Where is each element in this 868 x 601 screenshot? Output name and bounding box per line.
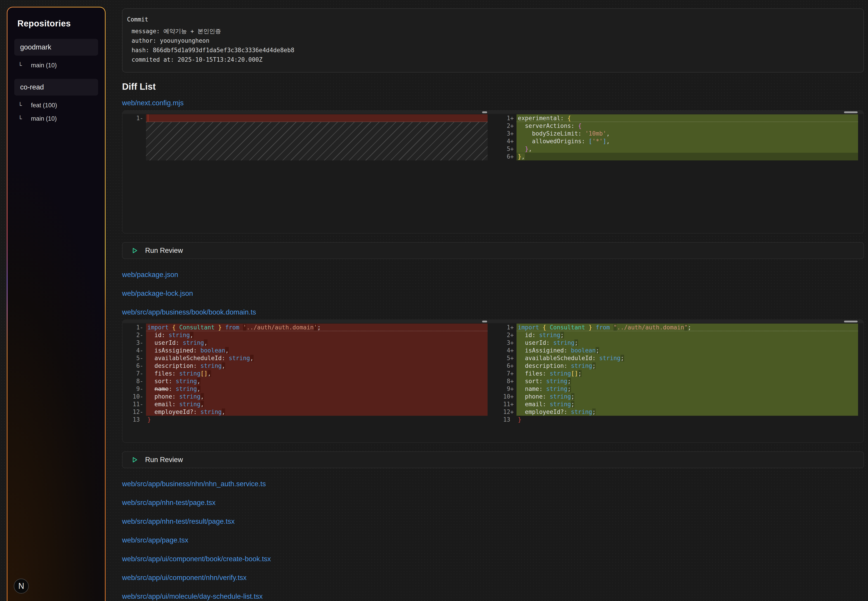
- branch-tee-icon: └: [18, 62, 31, 69]
- line-content: sort: string;: [517, 377, 858, 385]
- diff-viewer: 1-1+experimental: {2+ serverActions: {3+…: [122, 110, 864, 233]
- scrollbar-thumb[interactable]: [844, 320, 857, 322]
- diff-line: 2+ serverActions: {: [493, 122, 863, 130]
- diff-line: 6- description: string,: [122, 362, 493, 370]
- diff-pane-new[interactable]: 1+import { Consultant } from "../auth/au…: [493, 320, 863, 442]
- line-number: 3+: [493, 339, 517, 346]
- play-icon: [131, 247, 138, 255]
- line-number: 4+: [493, 346, 517, 354]
- line-number: 2+: [493, 331, 517, 339]
- scrollbar-thumb[interactable]: [844, 111, 857, 113]
- line-content: description: string,: [146, 362, 487, 370]
- file-link[interactable]: web/package-lock.json: [122, 290, 193, 297]
- diff-line: 11- email: string,: [122, 400, 493, 408]
- line-content: phone: string,: [146, 393, 487, 400]
- line-text: availableScheduleId: string;: [518, 355, 624, 362]
- line-number: 3+: [493, 130, 517, 137]
- line-content: },: [517, 145, 858, 153]
- line-text: import { Consultant } from '../auth/auth…: [147, 324, 321, 331]
- diff-line: 10- phone: string,: [122, 393, 493, 400]
- line-text: isAssigined: boolean,: [147, 347, 229, 354]
- repo-group: goodmark└main (10): [14, 39, 98, 69]
- diff-line: 5+ availableScheduleId: string;: [493, 354, 863, 362]
- line-text: experimental: {: [518, 115, 571, 122]
- repo-item[interactable]: co-read: [14, 79, 98, 96]
- line-content: description: string;: [517, 362, 858, 370]
- file-link[interactable]: web/src/app/nhn-test/page.tsx: [122, 499, 215, 507]
- scrollbar-thumb[interactable]: [482, 111, 487, 113]
- line-number: 1-: [122, 114, 146, 122]
- file-link[interactable]: web/src/app/ui/molecule/day-schedule-lis…: [122, 592, 263, 601]
- line-number: 8-: [122, 377, 146, 385]
- line-content: isAssigined: boolean,: [146, 346, 487, 354]
- horizontal-scrollbar[interactable]: [122, 320, 493, 323]
- line-text: id: string,: [147, 332, 194, 339]
- code-block: 1+experimental: {2+ serverActions: {3+ b…: [493, 114, 863, 160]
- file-link[interactable]: web/src/app/business/book/book.domain.ts: [122, 308, 256, 316]
- diff-line: 5- availableScheduleId: string,: [122, 354, 493, 362]
- line-number: 13: [122, 416, 146, 423]
- branch-item[interactable]: └main (10): [18, 62, 98, 69]
- line-text: availableScheduleId: string,: [147, 355, 254, 362]
- commit-panel: Commit message: 예약기능 + 본인인증author: yooun…: [122, 8, 864, 73]
- line-text: },: [518, 153, 525, 160]
- sidebar-title: Repositories: [17, 19, 98, 29]
- line-number: 6-: [122, 362, 146, 370]
- diff-line: 8- sort: string,: [122, 377, 493, 385]
- diff-pane-new[interactable]: 1+experimental: {2+ serverActions: {3+ b…: [493, 111, 863, 233]
- line-content: isAssigined: boolean;: [517, 346, 858, 354]
- changed-region-marker: [147, 114, 149, 122]
- diff-line: 6+ description: string;: [493, 362, 863, 370]
- line-text: sort: string;: [518, 378, 571, 384]
- code-block: 1+import { Consultant } from "../auth/au…: [493, 323, 863, 423]
- file-link[interactable]: web/package.json: [122, 271, 178, 279]
- sidebar: Repositories goodmark└main (10)co-read└f…: [7, 7, 105, 601]
- branch-item[interactable]: └main (10): [18, 115, 98, 122]
- line-number: 2-: [122, 331, 146, 339]
- run-review-button[interactable]: Run Review: [122, 242, 864, 259]
- diff-line: 4- isAssigined: boolean,: [122, 346, 493, 354]
- line-number: 5-: [122, 354, 146, 362]
- branch-item[interactable]: └feat (100): [18, 102, 98, 109]
- play-icon: [131, 456, 138, 464]
- diff-line: 1+import { Consultant } from "../auth/au…: [493, 323, 863, 331]
- line-text: email: string;: [518, 401, 575, 407]
- collapsed-region: [146, 122, 487, 160]
- file-link[interactable]: web/src/app/business/nhn/nhn_auth.servic…: [122, 480, 266, 488]
- file-link[interactable]: web/next.config.mjs: [122, 99, 183, 107]
- diff-pane-old[interactable]: 1-import { Consultant } from '../auth/au…: [122, 320, 493, 442]
- horizontal-scrollbar[interactable]: [493, 320, 863, 323]
- line-text: }: [147, 416, 151, 423]
- scrollbar-thumb[interactable]: [482, 320, 487, 322]
- file-link[interactable]: web/src/app/nhn-test/result/page.tsx: [122, 517, 235, 526]
- diff-list-heading: Diff List: [122, 82, 864, 92]
- run-review-label: Run Review: [145, 456, 183, 464]
- line-content: employeeId?: string;: [517, 408, 858, 416]
- commit-field: commited at: 2025-10-15T13:24:20.000Z: [131, 55, 857, 64]
- run-review-button[interactable]: Run Review: [122, 452, 864, 468]
- line-number: 3-: [122, 339, 146, 346]
- line-text: serverActions: {: [518, 122, 582, 129]
- horizontal-scrollbar[interactable]: [493, 111, 863, 114]
- line-text: name: string;: [518, 386, 571, 392]
- horizontal-scrollbar[interactable]: [122, 111, 493, 114]
- run-review-label: Run Review: [145, 247, 183, 255]
- line-number: 6+: [493, 362, 517, 370]
- branch-label: feat (100): [31, 102, 57, 109]
- repo-group: co-read└feat (100)└main (10): [14, 79, 98, 122]
- line-number: 9+: [493, 385, 517, 393]
- file-link[interactable]: web/src/app/ui/component/nhn/verify.tsx: [122, 574, 247, 582]
- commit-title: Commit: [127, 15, 857, 24]
- line-content: availableScheduleId: string;: [517, 354, 858, 362]
- repo-item[interactable]: goodmark: [14, 39, 98, 56]
- file-link[interactable]: web/src/app/ui/component/book/create-boo…: [122, 555, 271, 563]
- line-text: files: string[],: [147, 370, 211, 377]
- line-content: id: string;: [517, 331, 858, 339]
- line-text: phone: string;: [518, 393, 575, 400]
- line-text: import { Consultant } from "../auth/auth…: [518, 324, 691, 331]
- line-number: 4+: [493, 137, 517, 145]
- line-content: employeeId?: string,: [146, 408, 487, 416]
- file-link[interactable]: web/src/app/page.tsx: [122, 536, 188, 544]
- line-content: files: string[],: [146, 370, 487, 377]
- diff-pane-old[interactable]: 1-: [122, 111, 493, 233]
